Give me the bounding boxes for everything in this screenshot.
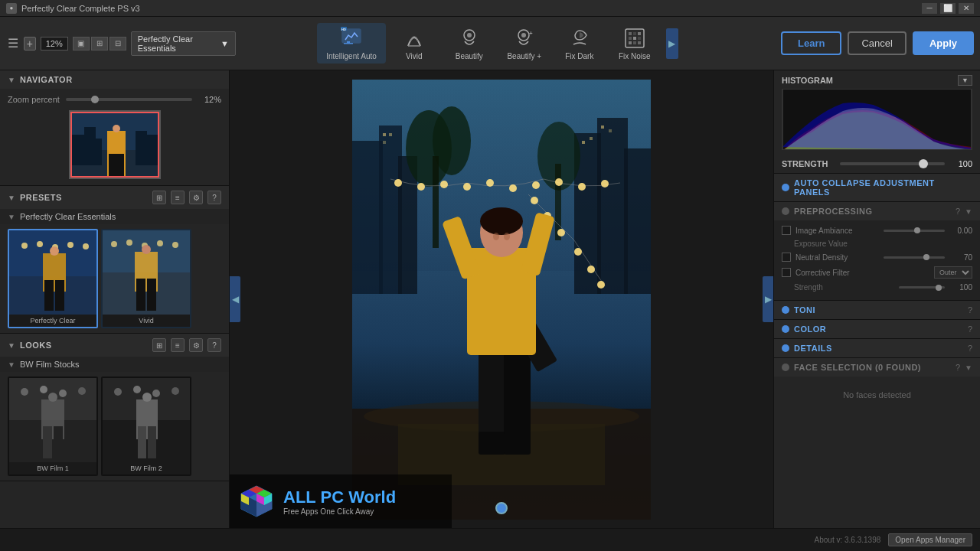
view-btn-single[interactable]: ▣ xyxy=(73,37,90,51)
title-bar-controls[interactable]: ─ ⬜ ✕ xyxy=(922,3,974,14)
fix-noise-icon xyxy=(622,26,647,51)
looks-controls: ⊞ ≡ ⚙ ? xyxy=(152,338,221,352)
neutral-slider[interactable] xyxy=(884,256,945,259)
preset-item-2[interactable]: Vivid xyxy=(101,229,191,328)
looks-grid-view[interactable]: ⊞ xyxy=(152,338,166,352)
histogram-label: HISTOGRAM xyxy=(782,76,833,85)
presets-sub-header[interactable]: ▼ Perfectly Clear Essentials xyxy=(0,209,229,224)
svg-point-98 xyxy=(486,179,494,187)
cancel-button[interactable]: Cancel xyxy=(848,31,906,55)
svg-rect-41 xyxy=(44,280,54,311)
tool-label-intelligent-auto: Intelligent Auto xyxy=(326,52,377,60)
about-info: About v: 3.6.3.1398 xyxy=(815,536,881,544)
zoom-slider-thumb xyxy=(91,96,99,103)
svg-rect-18 xyxy=(629,41,632,44)
toni-help[interactable]: ? xyxy=(968,305,972,315)
maximize-button[interactable]: ⬜ xyxy=(940,3,956,14)
ambiance-checkbox[interactable] xyxy=(782,226,791,235)
neutral-label: Neutral Density xyxy=(795,253,879,262)
open-apps-button[interactable]: Open Apps Manager xyxy=(888,533,972,546)
details-header[interactable]: DETAILS ? xyxy=(774,339,980,357)
view-btn-grid[interactable]: ⊟ xyxy=(109,37,126,51)
close-button[interactable]: ✕ xyxy=(959,3,974,14)
strength-slider[interactable] xyxy=(840,162,945,165)
watermark-logo xyxy=(237,482,276,520)
looks-grid: BW Film 1 xyxy=(0,372,229,481)
tool-beautify[interactable]: Beautify xyxy=(443,23,496,64)
tool-label-vivid: Vivid xyxy=(406,52,423,60)
navigator-header[interactable]: ▼ NAVIGATOR xyxy=(0,70,229,89)
prep-row-strength-sub: Strength 100 xyxy=(782,281,972,294)
strength-sub-slider[interactable] xyxy=(899,286,945,289)
navigator-preview xyxy=(69,110,161,179)
tool-fix-dark[interactable]: Fix Dark xyxy=(553,23,606,64)
toni-header[interactable]: TONI ? xyxy=(774,301,980,319)
look-item-1[interactable]: BW Film 1 xyxy=(8,377,98,476)
look-item-2[interactable]: BW Film 2 xyxy=(101,377,191,476)
looks-sub-header[interactable]: ▼ BW Film Stocks xyxy=(0,357,229,372)
canvas-scroll-right[interactable]: ▶ xyxy=(763,276,773,322)
face-chevron[interactable]: ▼ xyxy=(965,364,972,372)
preprocessing-help[interactable]: ? xyxy=(956,207,960,216)
look-img-1 xyxy=(9,378,96,462)
sub-header-arrow: ▼ xyxy=(8,213,15,221)
looks-list-view[interactable]: ≡ xyxy=(171,338,185,352)
svg-point-57 xyxy=(40,386,47,393)
minimize-button[interactable]: ─ xyxy=(922,3,937,14)
details-help[interactable]: ? xyxy=(968,344,972,353)
svg-point-103 xyxy=(601,180,609,187)
tool-fix-noise[interactable]: Fix Noise xyxy=(608,23,662,64)
ambiance-slider[interactable] xyxy=(884,230,945,232)
view-btn-split[interactable]: ⊞ xyxy=(91,37,108,51)
svg-point-45 xyxy=(111,241,117,247)
color-dot xyxy=(782,325,789,333)
presets-grid-view[interactable]: ⊞ xyxy=(152,191,166,204)
apply-button[interactable]: Apply xyxy=(913,31,974,55)
auto-collapse-header[interactable]: AUTO COLLAPSE ADJUSTMENT PANELS xyxy=(774,174,980,201)
color-header[interactable]: COLOR ? xyxy=(774,320,980,338)
navigator-title: NAVIGATOR xyxy=(20,75,73,84)
svg-rect-137 xyxy=(971,90,972,150)
presets-collapse-icon: ▼ xyxy=(8,194,15,202)
presets-header[interactable]: ▼ PRESETS ⊞ ≡ ⚙ ? xyxy=(0,186,229,209)
svg-rect-91 xyxy=(433,156,439,248)
canvas-nav-indicator[interactable] xyxy=(495,502,508,514)
preset-dropdown[interactable]: Perfectly Clear Essentials ▼ xyxy=(131,31,236,56)
tools-scroll-right[interactable]: ▶ xyxy=(666,28,678,59)
tool-vivid[interactable]: Vivid xyxy=(387,23,441,64)
add-button[interactable]: + xyxy=(24,37,36,51)
view-buttons: ▣ ⊞ ⊟ xyxy=(73,37,126,51)
presets-settings[interactable]: ⚙ xyxy=(189,191,203,204)
preview-border xyxy=(70,112,159,178)
presets-list-view[interactable]: ≡ xyxy=(171,191,185,204)
neutral-checkbox[interactable] xyxy=(782,253,791,262)
auto-collapse-dot xyxy=(782,184,789,191)
navigator-content: Zoom percent 12% xyxy=(0,89,229,185)
menu-button[interactable]: ☰ xyxy=(6,36,19,51)
zoom-slider[interactable] xyxy=(66,98,192,101)
preprocessing-dot xyxy=(782,207,789,215)
tool-beautify-plus[interactable]: + Beautify + xyxy=(498,23,551,64)
svg-point-96 xyxy=(440,181,448,188)
looks-help[interactable]: ? xyxy=(207,338,221,352)
learn-button[interactable]: Learn xyxy=(781,31,841,55)
look-name-1: BW Film 1 xyxy=(9,462,96,474)
presets-help[interactable]: ? xyxy=(207,191,221,204)
color-help[interactable]: ? xyxy=(968,324,972,334)
face-selection-header[interactable]: FACE SELECTION (0 found) ? ▼ xyxy=(774,358,980,377)
zoom-row: Zoom percent 12% xyxy=(8,95,221,104)
svg-rect-1 xyxy=(347,41,350,43)
looks-header[interactable]: ▼ LOOKS ⊞ ≡ ⚙ ? xyxy=(0,334,229,357)
tool-intelligent-auto[interactable]: HD Intelligent Auto xyxy=(317,23,386,64)
preprocessing-chevron[interactable]: ▼ xyxy=(965,207,972,216)
face-help[interactable]: ? xyxy=(956,363,960,372)
zoom-input[interactable]: 12% xyxy=(41,37,68,51)
corrective-checkbox[interactable] xyxy=(782,268,791,277)
corrective-select[interactable]: Outer xyxy=(934,266,972,279)
canvas-scroll-left[interactable]: ◀ xyxy=(230,276,240,322)
svg-rect-88 xyxy=(609,129,612,132)
histogram-options[interactable]: ▼ xyxy=(958,75,972,86)
preprocessing-header[interactable]: PREPROCESSING ? ▼ xyxy=(774,202,980,220)
preset-item-1[interactable]: Perfectly Clear xyxy=(8,229,98,328)
looks-settings[interactable]: ⚙ xyxy=(189,338,203,352)
